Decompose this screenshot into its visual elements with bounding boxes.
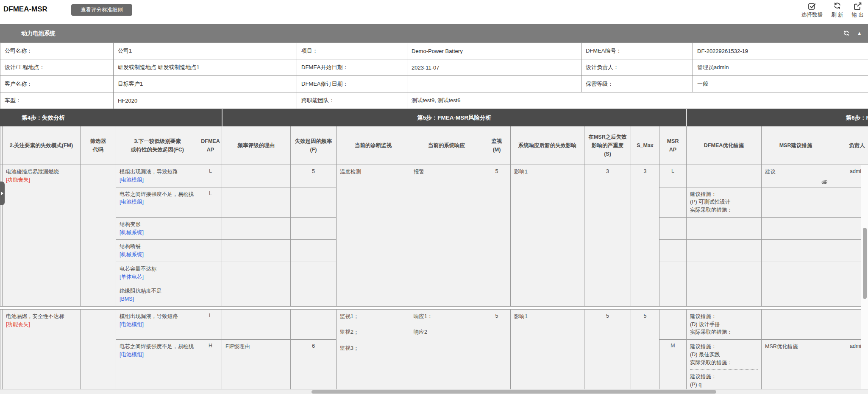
msr-ap-cell[interactable] [659,262,687,284]
failure-cause-link[interactable]: [电池模组] [120,351,144,359]
dfmea-optimization-cell[interactable] [687,262,762,284]
monitoring-m-cell[interactable]: 5 [483,165,511,307]
frequency-reason-cell[interactable] [222,240,291,262]
failure-cause-link[interactable]: [机械系统] [120,229,144,237]
dfmea-id-value: DF-20229261532-19 [693,43,868,59]
frequency-f-cell[interactable]: 5 [291,165,337,187]
dfmea-optimization-cell[interactable]: 建议措施： (P) 可测试性设计 实际采取的措施： [687,187,762,217]
msr-suggestion-cell[interactable] [762,262,830,284]
dfmea-ap-cell[interactable] [199,262,222,284]
step6-band: 第6步：FMEA-MSR优化 [687,109,868,126]
col-filter-code: 筛选器 代码 [81,126,116,165]
failure-cause-link[interactable]: [电池模组] [120,198,144,206]
chevron-right-icon [1,192,3,195]
frequency-reason-cell[interactable] [222,262,291,284]
failure-cause-cell[interactable]: 电芯之间焊接强度不足，易松脱 [电池模组] [116,187,199,217]
failure-cause-link[interactable]: [机械系统] [120,251,144,259]
severity-s-cell[interactable]: 3 [584,165,631,307]
export-button[interactable]: 输 出 [852,2,864,19]
diagnostic-monitoring-cell[interactable]: 监视1； 监视2； 监视3； [337,309,410,390]
failure-cause-cell[interactable]: 模组出现漏液，导致短路 [电池模组] [116,165,199,187]
failure-cause-link[interactable]: [电池模组] [120,176,144,184]
failure-cause-cell[interactable]: 结构变形 [机械系统] [116,217,199,240]
refresh-button[interactable]: 刷 新 [831,2,843,19]
frequency-f-cell[interactable] [291,217,337,240]
s-max-cell[interactable]: 3 [631,165,659,307]
msr-suggestion-cell[interactable] [762,217,830,240]
dfmea-ap-cell[interactable]: H [199,340,222,391]
dfmea-id-label: DFMEA编号： [581,43,693,59]
new-failure-effect-cell[interactable]: 影响1 [511,309,584,390]
dfmea-optimization-cell[interactable] [687,284,762,307]
severity-s-cell[interactable]: 5 [584,309,631,390]
side-drawer-handle[interactable] [0,182,5,205]
vertical-scrollbar-thumb[interactable] [863,228,867,299]
msr-ap-cell[interactable] [659,309,687,339]
dfmea-optimization-cell[interactable] [687,165,762,187]
frequency-reason-cell[interactable] [222,165,291,187]
dfmea-optimization-cell[interactable]: 建议措施： (D) 设计手册 实际采取的措施： [687,309,762,339]
frequency-reason-cell[interactable] [222,217,291,240]
msr-ap-cell[interactable]: M [659,340,687,391]
failure-mode-cell[interactable]: 电池易燃，安全性不达标 [功能丧失] [3,309,81,390]
msr-ap-cell[interactable] [659,217,687,240]
msr-ap-cell[interactable] [659,187,687,217]
frequency-reason-cell[interactable] [222,284,291,307]
failure-cause-cell[interactable]: 电芯容量不达标 [单体电芯] [116,262,199,284]
system-response-cell[interactable]: 报警 [410,165,483,307]
view-scoring-rules-button[interactable]: 查看评分标准细则 [71,4,132,16]
msr-ap-cell[interactable] [659,284,687,307]
frequency-f-cell[interactable]: 6 [291,340,337,391]
filter-code-cell[interactable] [81,309,116,390]
table-row: 电池易燃，安全性不达标 [功能丧失] 模组出现漏液，导致短路 [电池模组] L … [0,309,868,339]
dfmea-ap-cell[interactable]: L [199,187,222,217]
frequency-reason-cell[interactable]: F评级理由 [222,340,291,391]
msr-suggestion-cell[interactable] [762,284,830,307]
collapse-section-icon[interactable]: ▲ [857,30,862,36]
msr-suggestion-cell[interactable] [762,309,830,339]
failure-cause-link[interactable]: [电池模组] [120,321,144,329]
new-failure-effect-cell[interactable]: 影响1 [511,165,584,307]
frequency-f-cell[interactable] [291,309,337,339]
filter-code-cell[interactable] [81,165,116,307]
diagnostic-monitoring-cell[interactable]: 温度检测 [337,165,410,307]
refresh-label: 刷 新 [831,11,843,19]
attachment-paperclip-icon[interactable] [822,179,827,185]
frequency-f-cell[interactable] [291,187,337,217]
select-data-button[interactable]: 选择数据 [801,2,823,19]
col-frequency-reason: 频率评级的理由 [222,126,291,165]
msr-ap-cell[interactable]: L [659,165,687,187]
company-label: 公司名称： [0,43,114,59]
failure-cause-cell[interactable]: 绝缘阻抗精度不足 [BMS] [116,284,199,307]
col-failure-cause: 3.下一较低级别要素 或特性的失效起因(FC) [116,126,199,165]
dfmea-ap-cell[interactable] [199,284,222,307]
msr-suggestion-cell[interactable]: MSR优化措施 [762,340,830,391]
frequency-f-cell[interactable] [291,240,337,262]
frequency-reason-cell[interactable] [222,309,291,339]
dfmea-optimization-cell[interactable] [687,240,762,262]
system-response-cell[interactable]: 响应1： 响应2 [410,309,483,390]
frequency-f-cell[interactable] [291,262,337,284]
frequency-f-cell[interactable] [291,284,337,307]
dfmea-ap-cell[interactable] [199,240,222,262]
failure-cause-cell[interactable]: 结构断裂 [机械系统] [116,240,199,262]
failure-cause-cell[interactable]: 模组出现漏液，导致短路 [电池模组] [116,309,199,339]
s-max-cell[interactable]: 5 [631,309,659,390]
msr-suggestion-cell[interactable] [762,240,830,262]
msr-ap-cell[interactable] [659,240,687,262]
horizontal-scrollbar-thumb[interactable] [312,390,716,394]
monitoring-m-cell[interactable]: 5 [483,309,511,390]
dfmea-optimization-cell[interactable]: 建议措施： (D) 最佳实践 实际采取的措施： 建议措施： (P) q 实际采取… [687,340,762,391]
failure-cause-cell[interactable]: 电芯之间焊接强度不足，易松脱 [电池模组] [116,340,199,391]
dfmea-ap-cell[interactable] [199,217,222,240]
section-refresh-icon[interactable] [843,30,850,37]
msr-suggestion-cell[interactable]: 建议 [762,165,830,187]
dfmea-optimization-cell[interactable] [687,217,762,240]
frequency-reason-cell[interactable] [222,187,291,217]
msr-suggestion-cell[interactable] [762,187,830,217]
failure-cause-link[interactable]: [BMS] [120,295,134,303]
failure-cause-link[interactable]: [单体电芯] [120,273,144,281]
failure-mode-cell[interactable]: 电池碰撞后易泄漏燃烧 [功能丧失] [3,165,81,307]
dfmea-ap-cell[interactable]: L [199,165,222,187]
dfmea-ap-cell[interactable]: L [199,309,222,339]
